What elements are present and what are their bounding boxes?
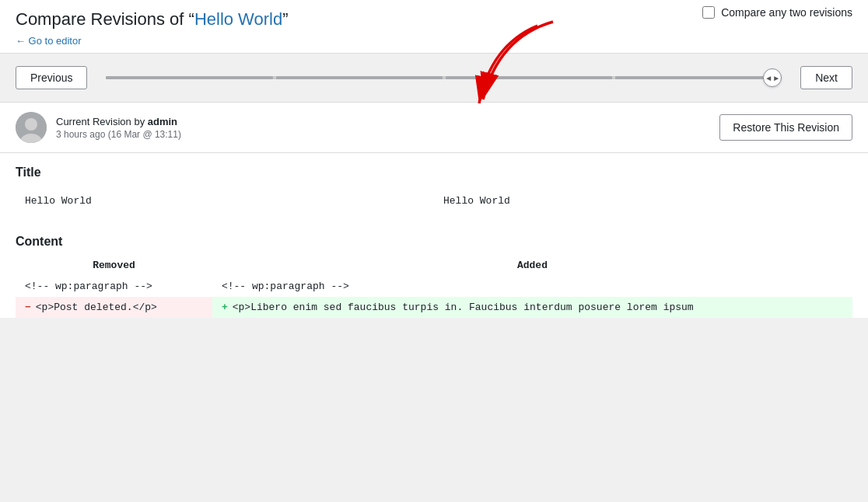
slider-segment-2 (276, 76, 443, 79)
top-bar: Compare Revisions of “Hello World” ← Go … (0, 0, 868, 54)
title-diff-row: Hello World Hello World (16, 186, 852, 222)
minus-icon: − (25, 302, 31, 313)
title-left: Hello World (16, 189, 434, 213)
revision-author: admin (148, 116, 177, 127)
revision-author-area: Current Revision by admin 3 hours ago (1… (16, 112, 181, 143)
compare-two-revisions-area: Compare any two revisions (702, 6, 852, 19)
removed-text: <p>Post deleted.</p> (36, 302, 157, 313)
diff-area: Title Hello World Hello World Content Re… (0, 153, 868, 318)
go-to-editor-link[interactable]: ← Go to editor (16, 35, 82, 47)
removed-header: Removed (16, 255, 212, 276)
revision-label: Current Revision by (56, 116, 148, 127)
title-right: Hello World (434, 189, 852, 213)
title-section-heading: Title (16, 153, 852, 186)
unchanged-right: <!-- wp:paragraph --> (212, 276, 852, 297)
plus-icon: + (222, 302, 228, 313)
restore-revision-button[interactable]: Restore This Revision (719, 114, 852, 141)
title-suffix: ” (282, 9, 288, 29)
diff-header-row: Removed Added (16, 255, 852, 276)
slider-segment-4 (615, 76, 782, 79)
compare-two-checkbox[interactable] (702, 6, 715, 19)
content-section-heading: Content (16, 222, 852, 255)
unchanged-row: <!-- wp:paragraph --> <!-- wp:paragraph … (16, 276, 852, 297)
next-button[interactable]: Next (800, 66, 852, 89)
avatar (16, 112, 47, 143)
slider-thumb[interactable]: ◄► (763, 68, 782, 87)
added-text: <p>Libero enim sed faucibus turpis in. F… (233, 302, 694, 313)
avatar-icon (16, 112, 47, 143)
by-line: Current Revision by admin (56, 116, 181, 127)
post-title-link[interactable]: Hello World (194, 9, 282, 29)
title-prefix: Compare Revisions of “ (16, 9, 194, 29)
diff-change-row: −<p>Post deleted.</p> +<p>Libero enim se… (16, 297, 852, 318)
previous-button[interactable]: Previous (16, 66, 87, 89)
unchanged-left: <!-- wp:paragraph --> (16, 276, 212, 297)
revision-text: Current Revision by admin 3 hours ago (1… (56, 116, 181, 140)
slider-area: ◄► (106, 76, 782, 79)
revision-time: 3 hours ago (16 Mar @ 13:11) (56, 129, 181, 140)
nav-slider-row: Previous ◄► (0, 54, 868, 102)
slider-segments (106, 76, 782, 79)
removed-cell: −<p>Post deleted.</p> (16, 297, 212, 318)
added-header: Added (212, 255, 852, 276)
added-cell: +<p>Libero enim sed faucibus turpis in. … (212, 297, 852, 318)
compare-two-label[interactable]: Compare any two revisions (721, 6, 852, 19)
revision-info-row: Current Revision by admin 3 hours ago (1… (0, 102, 868, 153)
svg-point-2 (25, 118, 37, 131)
diff-table: Removed Added <!-- wp:paragraph --> <!--… (16, 255, 852, 318)
page-wrapper: Compare Revisions of “Hello World” ← Go … (0, 0, 868, 502)
slider-segment-1 (106, 76, 272, 79)
slider-track[interactable]: ◄► (106, 76, 782, 79)
slider-segment-3 (446, 76, 612, 79)
